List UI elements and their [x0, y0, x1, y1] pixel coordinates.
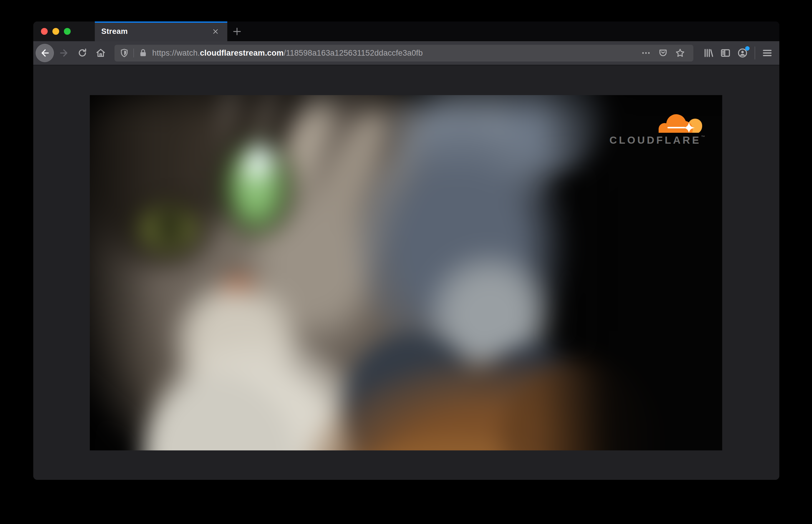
url-prefix: https://watch. [152, 49, 200, 58]
window-controls [33, 21, 95, 41]
library-button[interactable] [700, 45, 717, 62]
account-button[interactable] [734, 45, 751, 62]
blurred-cat-frame [90, 95, 722, 451]
home-button[interactable] [92, 44, 110, 62]
library-icon [703, 47, 714, 59]
new-tab-button[interactable] [227, 21, 247, 41]
sidebar-icon [720, 47, 731, 59]
cloudflare-trademark: ™ [701, 134, 705, 139]
bookmark-button[interactable] [671, 45, 689, 62]
save-to-pocket-button[interactable] [654, 45, 671, 62]
urlbar-divider [133, 49, 134, 58]
menu-button[interactable] [759, 45, 776, 62]
reload-button[interactable] [73, 44, 92, 62]
toolbar-separator [754, 47, 755, 60]
cloudflare-logo: CLOUDFLARE™ [610, 110, 705, 145]
cloudflare-cloud-icon [654, 110, 705, 133]
tab-title: Stream [101, 27, 210, 36]
url-bar[interactable]: https://watch.cloudflarestream.com/11859… [115, 45, 693, 62]
url-path: /118598a163a125631152ddaccfe3a0fb [283, 49, 423, 58]
cloudflare-brand-text: CLOUDFLARE [610, 134, 701, 146]
sidebar-toggle-button[interactable] [717, 45, 734, 62]
cloudflare-wordmark: CLOUDFLARE™ [610, 135, 705, 145]
url-text: https://watch.cloudflarestream.com/11859… [152, 49, 637, 58]
plus-icon [232, 27, 242, 36]
browser-window: Stream [33, 21, 779, 480]
tab-bar: Stream [33, 21, 779, 41]
minimize-window-button[interactable] [52, 28, 59, 35]
video-player[interactable]: CLOUDFLARE™ [90, 95, 722, 451]
account-notification-dot [745, 46, 750, 51]
connection-secure-lock-icon[interactable] [138, 48, 148, 58]
back-button[interactable] [36, 44, 54, 62]
navigation-toolbar: https://watch.cloudflarestream.com/11859… [33, 41, 779, 65]
zoom-window-button[interactable] [64, 28, 71, 35]
tab-stream[interactable]: Stream [95, 21, 227, 41]
star-icon [675, 48, 685, 58]
active-tab-stripe [95, 21, 227, 23]
close-tab-button[interactable] [210, 26, 222, 37]
reload-icon [77, 48, 88, 58]
pocket-icon [658, 48, 668, 58]
arrow-right-icon [59, 48, 69, 58]
hamburger-menu-icon [762, 47, 773, 59]
tracking-protection-shield-icon[interactable] [119, 48, 129, 58]
close-window-button[interactable] [41, 28, 48, 35]
page-content: CLOUDFLARE™ [33, 65, 779, 480]
forward-button[interactable] [55, 44, 73, 62]
home-icon [95, 48, 106, 58]
close-icon [212, 28, 220, 35]
url-domain: cloudflarestream.com [200, 49, 284, 58]
arrow-left-icon [39, 48, 50, 58]
page-actions-button[interactable] [637, 45, 654, 62]
ellipsis-icon [641, 48, 651, 58]
